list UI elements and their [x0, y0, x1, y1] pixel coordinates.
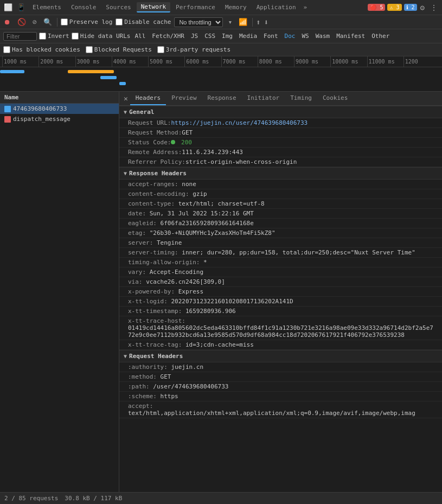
- settings-icon[interactable]: ⚙: [418, 2, 427, 13]
- device-icon[interactable]: 📱: [15, 3, 27, 12]
- tab-response[interactable]: Response: [202, 92, 242, 105]
- tab-cookies[interactable]: Cookies: [317, 92, 353, 105]
- disable-cache-input[interactable]: [116, 18, 123, 25]
- disable-cache-checkbox[interactable]: Disable cache: [116, 18, 171, 25]
- response-header-row-1: content-encoding: gzip: [119, 189, 442, 199]
- filter-wasm[interactable]: Wasm: [313, 32, 332, 40]
- invert-checkbox[interactable]: Invert: [39, 33, 69, 40]
- net-item-1[interactable]: dispatch_message: [0, 114, 119, 124]
- throttle-select[interactable]: No throttling: [174, 17, 223, 27]
- response-header-row-5: etag: "26b30-+NiQUMYHc1yZxasXHoTm4Fi5kZ8…: [119, 228, 442, 238]
- separator-2: [252, 18, 253, 27]
- online-dropdown-icon[interactable]: ▾: [226, 17, 234, 27]
- has-blocked-cookies-input[interactable]: [3, 46, 10, 53]
- req-key-3: :scheme:: [128, 393, 161, 400]
- preserve-log-input[interactable]: [61, 18, 68, 25]
- search-icon[interactable]: 🔍: [42, 17, 54, 27]
- tick-11: 1200: [403, 56, 440, 67]
- blocked-requests-checkbox[interactable]: Blocked Requests: [86, 46, 152, 53]
- filter-img[interactable]: Img: [220, 32, 235, 40]
- third-party-input[interactable]: [157, 46, 164, 53]
- response-header-row-0: accept-ranges: none: [119, 180, 442, 189]
- status-bar: 2 / 85 requests 30.8 kB / 117 kB: [0, 492, 442, 504]
- filter-js[interactable]: JS: [189, 32, 200, 40]
- filter-media[interactable]: Media: [237, 32, 259, 40]
- more-tabs-button[interactable]: »: [302, 3, 310, 12]
- tab-performance[interactable]: Performance: [171, 3, 220, 12]
- filter-css[interactable]: CSS: [202, 32, 217, 40]
- response-header-row-11: x-powered-by: Express: [119, 287, 442, 297]
- tick-8: 9000 ms: [294, 56, 330, 67]
- response-header-row-10: via: vcache26.cn2426[309,0]: [119, 277, 442, 287]
- tab-headers[interactable]: Headers: [130, 92, 166, 105]
- third-party-checkbox[interactable]: 3rd-party requests: [157, 46, 230, 53]
- tab-console[interactable]: Console: [67, 3, 100, 12]
- wifi-icon[interactable]: 📶: [237, 17, 249, 27]
- prop-remote-address: Remote Address: 111.6.234.239:443: [119, 148, 442, 157]
- has-blocked-cookies-checkbox[interactable]: Has blocked cookies: [3, 46, 80, 53]
- upload-icon[interactable]: ⬆: [256, 18, 260, 27]
- hide-data-urls-input[interactable]: [72, 33, 79, 40]
- filter-all[interactable]: All: [132, 32, 148, 40]
- resp-key-15: x-tt-trace-tag:: [128, 341, 185, 348]
- request-header-row-4: accept: text/html,application/xhtml+xml,…: [119, 401, 442, 418]
- general-section-header[interactable]: ▼ General: [119, 106, 442, 118]
- resp-key-1: content-encoding:: [128, 190, 193, 197]
- response-header-row-3: date: Sun, 31 Jul 2022 15:22:16 GMT: [119, 209, 442, 219]
- hide-data-urls-checkbox[interactable]: Hide data URLs: [72, 33, 131, 40]
- filter-input[interactable]: [7, 33, 34, 40]
- filter-fetch-xhr[interactable]: Fetch/XHR: [150, 32, 187, 40]
- timeline-ruler: 1000 ms 2000 ms 3000 ms 4000 ms 5000 ms …: [0, 56, 442, 67]
- tab-application[interactable]: Application: [252, 3, 300, 12]
- tab-initiator[interactable]: Initiator: [242, 92, 285, 105]
- tab-sources[interactable]: Sources: [101, 3, 135, 12]
- tab-network[interactable]: Network: [137, 2, 170, 12]
- filter-font[interactable]: Font: [261, 32, 280, 40]
- resp-val-11: Express: [178, 288, 203, 295]
- response-headers-section-header[interactable]: ▼ Response Headers: [119, 167, 442, 180]
- tick-4: 5000 ms: [148, 56, 184, 67]
- close-detail-button[interactable]: ✕: [121, 94, 130, 103]
- filter-doc[interactable]: Doc: [283, 32, 298, 40]
- resp-key-5: etag:: [128, 229, 150, 237]
- request-headers-section-header[interactable]: ▼ Request Headers: [119, 350, 442, 362]
- invert-input[interactable]: [39, 33, 46, 40]
- filter-icon[interactable]: ⊘: [31, 17, 39, 27]
- tick-6: 7000 ms: [221, 56, 258, 67]
- record-icon[interactable]: ⏺: [2, 17, 12, 27]
- prop-request-url: Request URL: https://juejin.cn/user/4746…: [119, 118, 442, 128]
- doc-icon-0: [4, 106, 11, 112]
- tick-5: 6000 ms: [184, 56, 221, 67]
- resp-val-1: gzip: [193, 190, 207, 197]
- resp-key-10: via:: [128, 278, 146, 285]
- filter-ws[interactable]: WS: [299, 32, 311, 40]
- resp-key-2: content-type:: [128, 200, 178, 207]
- resp-val-4: 6f06fa2316592809366164168e: [161, 220, 254, 227]
- net-item-0[interactable]: 474639680406733: [0, 104, 119, 114]
- tick-7: 8000 ms: [258, 56, 294, 67]
- error-badge: 🔴 5: [368, 4, 385, 11]
- prop-referrer-policy: Referrer Policy: strict-origin-when-cros…: [119, 157, 442, 167]
- download-icon[interactable]: ⬇: [264, 18, 268, 27]
- timeline-bars: [0, 67, 442, 92]
- resp-key-7: server-timing:: [128, 249, 182, 256]
- main-area: Name 474639680406733 dispatch_message ✕ …: [0, 92, 442, 492]
- clear-icon[interactable]: 🚫: [16, 17, 28, 27]
- tab-elements[interactable]: Elements: [28, 3, 66, 12]
- blocked-requests-input[interactable]: [86, 46, 93, 53]
- resp-key-8: timing-allow-origin:: [128, 259, 203, 266]
- tab-preview[interactable]: Preview: [166, 92, 202, 105]
- tab-memory[interactable]: Memory: [221, 3, 251, 12]
- filter-other[interactable]: Other: [369, 32, 392, 40]
- filter-manifest[interactable]: Manifest: [334, 32, 367, 40]
- resp-val-2: text/html; charset=utf-8: [178, 200, 265, 207]
- more-options-icon[interactable]: ⋮: [428, 2, 440, 13]
- response-header-row-8: timing-allow-origin: *: [119, 258, 442, 267]
- resp-key-9: vary:: [128, 269, 150, 276]
- inspect-icon[interactable]: ⬜: [2, 3, 14, 12]
- response-header-row-14: x-tt-trace-host: 01419cd14416a805602dc5e…: [119, 316, 442, 340]
- prop-status-code: Status Code: 200: [119, 138, 442, 148]
- tab-timing[interactable]: Timing: [285, 92, 317, 105]
- resp-val-13: 1659280936.906: [185, 308, 236, 315]
- preserve-log-checkbox[interactable]: Preserve log: [61, 18, 112, 25]
